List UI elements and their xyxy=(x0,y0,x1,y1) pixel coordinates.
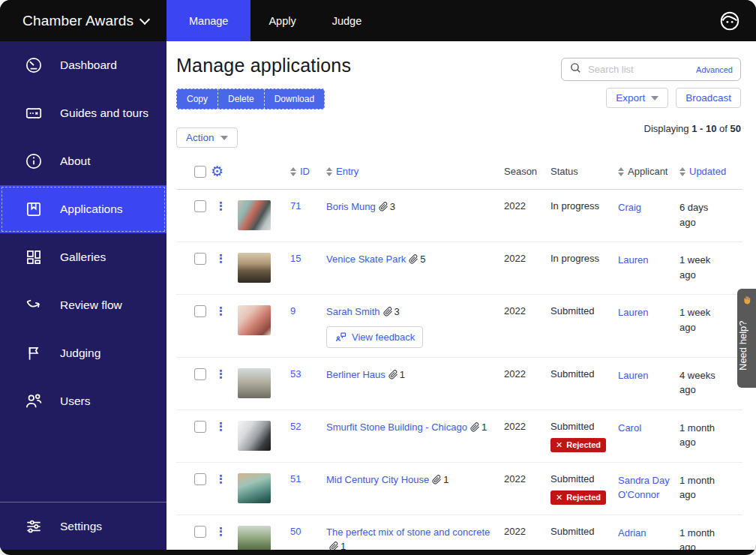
attachment-count: 3 xyxy=(383,306,400,317)
applicant-link[interactable]: Lauren xyxy=(618,307,648,318)
applicant-link[interactable]: Craig xyxy=(618,202,641,213)
sidebar-item-label: Applications xyxy=(60,202,123,216)
export-dropdown[interactable]: Export xyxy=(606,88,668,108)
table-row: ⋮ 71 Boris Mung3 2022 In progress Craig … xyxy=(176,190,742,242)
sliders-icon xyxy=(24,517,44,536)
sort-icon xyxy=(680,167,686,176)
entry-thumbnail[interactable] xyxy=(238,368,271,398)
applicant-link[interactable]: Sandra Day O'Connor xyxy=(618,475,670,501)
chevron-down-icon xyxy=(220,136,228,140)
row-menu-icon[interactable]: ⋮ xyxy=(211,525,231,538)
row-checkbox[interactable] xyxy=(194,526,206,538)
row-menu-icon[interactable]: ⋮ xyxy=(211,420,231,433)
tab-manage[interactable]: Manage xyxy=(166,0,250,41)
sidebar-item-label: Settings xyxy=(60,520,102,533)
table-row: ⋮ 51 Mid Century City House1 2022 Submit… xyxy=(176,463,742,515)
row-checkbox[interactable] xyxy=(194,473,206,485)
need-help-label: Need help? xyxy=(737,311,756,380)
entry-title-link[interactable]: Mid Century City House xyxy=(326,474,429,485)
sidebar-item-galleries[interactable]: Galleries xyxy=(0,233,166,281)
workspace-switcher[interactable]: Chamber Awards xyxy=(0,0,166,41)
applicant-link[interactable]: Lauren xyxy=(618,370,648,381)
applicant-link[interactable]: Lauren xyxy=(618,254,648,266)
sidebar-item-guides-and-tours[interactable]: Guides and tours xyxy=(0,89,166,137)
entry-title-link[interactable]: Berliner Haus xyxy=(326,369,386,380)
tab-judge[interactable]: Judge xyxy=(314,0,380,41)
applications-table: ⚙ ID Entry Season Status xyxy=(176,164,742,550)
entry-title-link[interactable]: Boris Mung xyxy=(326,201,376,212)
sidebar-item-judging[interactable]: Judging xyxy=(0,329,166,377)
entry-thumbnail[interactable] xyxy=(238,421,271,451)
need-help-tab[interactable]: Need help? xyxy=(737,289,756,388)
bookmark-icon xyxy=(24,200,44,219)
entry-thumbnail[interactable] xyxy=(238,253,271,283)
advanced-search-link[interactable]: Advanced xyxy=(696,65,733,74)
updated-cell: 1 week ago xyxy=(680,305,742,334)
status-cell: In progress xyxy=(550,253,618,264)
column-header-updated[interactable]: Updated xyxy=(680,166,742,177)
entry-id-link[interactable]: 51 xyxy=(290,473,301,484)
sidebar-item-applications[interactable]: Applications xyxy=(0,185,166,233)
user-avatar-icon[interactable] xyxy=(718,10,741,32)
row-menu-icon[interactable]: ⋮ xyxy=(211,200,231,212)
select-all-checkbox[interactable] xyxy=(194,166,206,178)
export-label: Export xyxy=(616,92,645,104)
entry-id-link[interactable]: 50 xyxy=(290,526,301,537)
entry-title-link[interactable]: Smurfit Stone Building - Chicago xyxy=(326,422,467,433)
row-menu-icon[interactable]: ⋮ xyxy=(211,472,231,485)
sidebar-item-review-flow[interactable]: Review flow xyxy=(0,281,166,329)
row-checkbox[interactable] xyxy=(194,421,206,433)
delete-button[interactable]: Delete xyxy=(218,88,265,110)
entry-title-link[interactable]: Sarah Smith xyxy=(326,306,380,317)
season-cell: 2022 xyxy=(504,421,550,432)
entry-thumbnail[interactable] xyxy=(238,305,271,335)
sidebar-item-settings[interactable]: Settings xyxy=(0,502,166,550)
entry-title-link[interactable]: The perfect mix of stone and concrete xyxy=(326,526,490,538)
sidebar-item-about[interactable]: About xyxy=(0,137,166,185)
row-menu-icon[interactable]: ⋮ xyxy=(211,252,231,265)
attachment-count: 1 xyxy=(470,422,487,433)
row-menu-icon[interactable]: ⋮ xyxy=(211,368,231,380)
sidebar-item-users[interactable]: Users xyxy=(0,377,166,425)
column-header-applicant[interactable]: Applicant xyxy=(618,166,680,177)
column-header-entry[interactable]: Entry xyxy=(326,166,504,177)
entry-thumbnail[interactable] xyxy=(238,473,271,503)
entry-thumbnail[interactable] xyxy=(238,526,271,550)
flow-arrow-icon xyxy=(24,296,44,315)
entry-id-link[interactable]: 15 xyxy=(290,253,301,264)
column-header-status: Status xyxy=(550,166,618,177)
sidebar: Dashboard Guides and tours xyxy=(0,41,166,550)
download-button[interactable]: Download xyxy=(264,88,325,110)
brand-title: Chamber Awards xyxy=(22,13,134,29)
entry-title-link[interactable]: Venice Skate Park xyxy=(326,254,406,265)
entry-id-link[interactable]: 53 xyxy=(290,368,301,380)
search-input[interactable] xyxy=(588,64,690,75)
updated-cell: 6 days ago xyxy=(680,200,742,230)
copy-button[interactable]: Copy xyxy=(176,88,218,110)
applicant-link[interactable]: Adrian xyxy=(618,527,646,538)
tab-apply[interactable]: Apply xyxy=(250,0,314,41)
entry-id-link[interactable]: 71 xyxy=(290,200,301,212)
updated-cell: 1 month ago xyxy=(680,473,742,502)
view-feedback-button[interactable]: View feedback xyxy=(326,326,423,348)
sidebar-item-dashboard[interactable]: Dashboard xyxy=(0,41,166,89)
entry-id-link[interactable]: 52 xyxy=(290,421,301,432)
entry-id-link[interactable]: 9 xyxy=(290,305,296,316)
broadcast-button[interactable]: Broadcast xyxy=(676,88,741,108)
sort-icon xyxy=(290,167,296,176)
gear-icon[interactable]: ⚙ xyxy=(211,164,224,178)
page-title: Manage applications xyxy=(176,55,351,76)
table-row: ⋮ 15 Venice Skate Park5 2022 In progress… xyxy=(176,242,742,295)
topbar: Chamber Awards Manage Apply Judge xyxy=(0,0,756,41)
action-dropdown[interactable]: Action xyxy=(176,128,238,148)
row-checkbox[interactable] xyxy=(194,200,206,212)
row-menu-icon[interactable]: ⋮ xyxy=(211,304,231,317)
bulk-actions: Copy Delete Download xyxy=(176,88,325,110)
row-checkbox[interactable] xyxy=(194,253,206,265)
entry-thumbnail[interactable] xyxy=(238,200,271,230)
row-checkbox[interactable] xyxy=(194,305,206,317)
row-checkbox[interactable] xyxy=(194,368,206,380)
status-cell: In progress xyxy=(550,200,618,212)
column-header-id[interactable]: ID xyxy=(290,166,326,177)
applicant-link[interactable]: Carol xyxy=(618,422,641,434)
